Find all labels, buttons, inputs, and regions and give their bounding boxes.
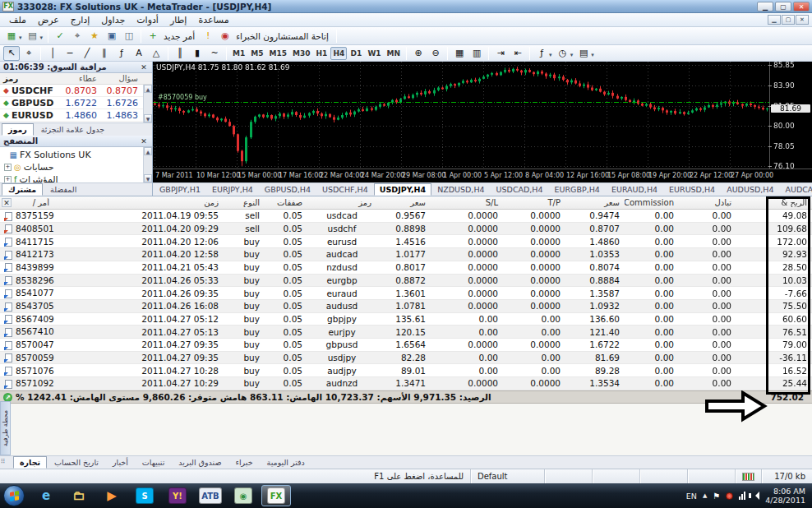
order-row-8412173[interactable]: 84121732011.04.20 12:58buy0.05audcad1.01… — [0, 248, 812, 261]
menu-item-مساعدة[interactable]: مساعدة — [192, 14, 234, 26]
crosshair-icon[interactable]: ⌖ — [21, 46, 37, 61]
navigator-tab-مشترك[interactable]: مشترك — [2, 183, 43, 196]
horizontal-line-icon[interactable]: ─ — [62, 46, 78, 61]
scroll-up-icon[interactable]: ▲ — [144, 147, 152, 155]
chart-tab-EURAUD,H4[interactable]: EURAUD,H4 — [606, 183, 663, 196]
column-header-7[interactable]: T/P — [503, 198, 565, 207]
terminal-tab-تاريخ الحساب[interactable]: تاريخ الحساب — [48, 456, 105, 469]
chart-tab-NZDUSD,H4[interactable]: NZDUSD,H4 — [431, 183, 490, 196]
menu-item-إطار[interactable]: إطار — [164, 14, 192, 26]
column-header-11[interactable]: الربح & — [736, 198, 812, 207]
fibonacci-icon[interactable]: ƒ — [113, 46, 130, 61]
mdi-minimize-button[interactable]: ▁ — [768, 15, 781, 25]
market-watch-tab-رموز[interactable]: رموز — [2, 123, 34, 136]
order-row-8543705[interactable]: 85437052011.04.26 16:08buy0.05audusd1.07… — [0, 300, 812, 313]
timeframe-button-MN[interactable]: MN — [385, 47, 404, 60]
navigator-node-2[interactable]: +ƒالمؤشرات — [0, 173, 152, 182]
terminal-close-icon[interactable]: ✕ — [2, 198, 12, 207]
volume-icon[interactable] — [751, 492, 759, 500]
profiles-icon[interactable]: ▤ — [25, 29, 41, 44]
order-row-8541077[interactable]: 85410772011.04.26 09:35buy0.05euraud1.36… — [0, 287, 812, 300]
bid-column-header[interactable]: عطاء — [61, 74, 102, 83]
timeframe-button-M15[interactable]: M15 — [266, 47, 288, 60]
time-axis[interactable]: 7 Mar 201110 Mar 12:0015 Mar 00:0017 Mar… — [153, 169, 812, 182]
terminal-tab-صندوق البريد[interactable]: صندوق البريد — [172, 456, 228, 469]
action-center-icon[interactable]: ⚑ — [713, 492, 720, 501]
dropdown-arrow-icon[interactable]: ▾ — [19, 35, 22, 41]
scroll-up-icon[interactable]: ▲ — [144, 85, 152, 93]
scroll-down-icon[interactable]: ▼ — [144, 174, 152, 182]
expand-icon[interactable]: + — [4, 164, 12, 171]
column-header-3[interactable]: صفقات — [265, 198, 307, 207]
internet-explorer-icon[interactable]: e — [31, 485, 61, 506]
new-chart-icon[interactable]: ▦ — [3, 29, 20, 44]
minimize-button[interactable]: ▁ — [757, 2, 773, 12]
tile-windows-icon[interactable]: ▦ — [451, 46, 468, 61]
indicators-icon[interactable]: ƒ — [533, 46, 550, 61]
clock[interactable]: 8:06 AM 4/28/2011 — [765, 487, 805, 505]
order-row-8439899[interactable]: 84398992011.04.21 05:43buy0.05nzdusd0.80… — [0, 261, 812, 275]
expert-advisors-icon[interactable]: ◉ — [217, 29, 233, 44]
navigator-tab-المفضلة[interactable]: المفضلة — [44, 183, 83, 196]
timeframe-button-M30[interactable]: M30 — [290, 47, 312, 60]
dropdown-arrow-icon[interactable]: ▾ — [591, 52, 594, 58]
market-watch-row-USDCHF[interactable]: ◆USDCHF0.87030.8707 — [0, 85, 152, 97]
navigator-close-icon[interactable]: ✕ — [139, 137, 149, 145]
security-alert-icon[interactable] — [726, 492, 733, 500]
column-header-6[interactable]: S/L — [431, 198, 503, 207]
market-watch-row-EURUSD[interactable]: ◆EURUSD1.48601.4863 — [0, 109, 152, 122]
menu-item-إدارج[interactable]: إدارج — [65, 14, 95, 26]
chart-shift-icon[interactable]: ⇤ — [510, 46, 526, 61]
connection-status-icon[interactable] — [735, 469, 761, 483]
trendline-icon[interactable]: ╱ — [79, 46, 95, 61]
timeframe-button-D1[interactable]: D1 — [348, 47, 364, 60]
language-indicator[interactable]: EN — [686, 492, 697, 501]
chart-tab-USDJPY,H4[interactable]: USDJPY,H4 — [374, 183, 431, 196]
order-row-8411715[interactable]: 84117152011.04.20 12:06buy0.05eurusd1.45… — [0, 235, 812, 248]
start-button[interactable] — [3, 485, 25, 506]
column-header-4[interactable]: رمز — [307, 198, 376, 207]
maximize-button[interactable]: ▢ — [775, 2, 791, 12]
column-header-2[interactable]: النوع — [224, 198, 265, 207]
order-row-8570047[interactable]: 85700472011.04.27 09:35buy0.05gbpusd1.65… — [0, 339, 812, 352]
new-order-icon[interactable]: + — [145, 29, 161, 44]
mdi-restore-button[interactable]: ▢ — [782, 15, 795, 25]
timeframe-button-H4[interactable]: H4 — [330, 47, 347, 60]
terminal-grip-icon[interactable]: ⁝⁝ — [1, 457, 11, 467]
text-icon[interactable]: A — [131, 46, 147, 61]
scroll-down-icon[interactable]: ▼ — [144, 114, 152, 122]
yahoo-messenger-icon[interactable]: Y! — [163, 485, 192, 506]
dropdown-arrow-icon[interactable]: ▾ — [40, 35, 44, 41]
column-header-10[interactable]: تبادل — [679, 198, 736, 207]
terminal-tab-تجارة[interactable]: تجارة — [13, 456, 47, 469]
close-button[interactable]: ✕ — [793, 2, 810, 12]
symbol-column-header[interactable]: رمز — [0, 74, 61, 83]
order-row-8375159[interactable]: 83751592011.04.19 09:55sell0.05usdcad0.9… — [0, 210, 812, 223]
market-watch-scrollbar[interactable]: ▲▼ — [143, 85, 152, 122]
timeframe-button-M5[interactable]: M5 — [248, 47, 265, 60]
timeframe-button-W1[interactable]: W1 — [365, 47, 383, 60]
file-explorer-icon[interactable]: 🗀 — [64, 485, 94, 506]
order-row-8571092[interactable]: 85710922011.04.27 10:29buy0.05audnzd1.34… — [0, 377, 812, 390]
expert-warning-icon[interactable]: ! — [200, 29, 216, 44]
vertical-line-icon[interactable]: │ — [44, 46, 61, 61]
dropdown-arrow-icon[interactable]: ▾ — [570, 52, 574, 58]
order-row-8408501[interactable]: 84085012011.04.20 09:29sell0.05usdchf0.8… — [0, 223, 812, 236]
order-row-8567410[interactable]: 85674102011.04.27 05:13buy0.05eurjpy120.… — [0, 326, 812, 339]
shapes-icon[interactable]: △ — [148, 46, 164, 61]
chart-tab-AUDUSD,H4[interactable]: AUDUSD,H4 — [721, 183, 779, 196]
chart-tab-EURJPY,H4[interactable]: EURJPY,H4 — [206, 183, 259, 196]
channel-icon[interactable]: ∥ — [96, 46, 113, 61]
dropdown-arrow-icon[interactable]: ▾ — [549, 52, 552, 58]
terminal-tab-تنبيهات[interactable]: تنبيهات — [136, 456, 171, 469]
terminal-tab-دفتر اليومية[interactable]: دفتر اليومية — [261, 456, 311, 469]
order-row-8571076[interactable]: 85710762011.04.27 10:28buy0.05audjpy89.0… — [0, 364, 812, 377]
cascade-windows-icon[interactable]: ▥ — [468, 46, 485, 61]
menu-item-أدوات[interactable]: أدوات — [131, 14, 164, 26]
terminal-tab-خبراء[interactable]: خبراء — [228, 456, 259, 469]
chart-tab-USDCAD,H4[interactable]: USDCAD,H4 — [491, 183, 549, 196]
chart-tab-AUDCAD,H4[interactable]: AUDCAD,H4 — [779, 183, 812, 196]
media-player-icon[interactable]: ▶ — [97, 485, 127, 506]
chart-tab-GBPJPY,H1[interactable]: GBPJPY,H1 — [154, 183, 206, 196]
menu-item-عرض[interactable]: عرض — [32, 14, 65, 26]
